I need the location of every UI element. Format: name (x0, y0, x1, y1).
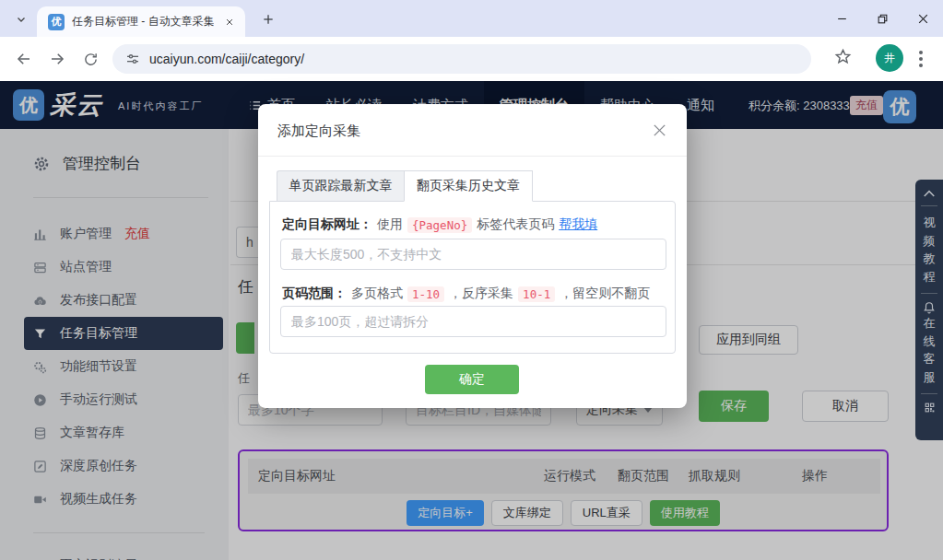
browser-menu-icon[interactable] (918, 48, 924, 70)
label-hint: 多页格式 (351, 286, 403, 302)
label-hint: 使用 (377, 216, 403, 233)
tab-panel: 定向目标网址： 使用 {PageNo} 标签代表页码 帮我填 页码范围： 多页格… (269, 201, 676, 354)
tab-search-chevron-icon[interactable] (8, 6, 33, 31)
tab-title: 任务目标管理 - 自动文章采集器 (72, 14, 214, 29)
url-text[interactable]: ucaiyun.com/caiji/category/ (149, 52, 304, 66)
window-close-button[interactable] (902, 0, 943, 37)
browser-tab-strip: 优 任务目标管理 - 自动文章采集器 (0, 0, 943, 37)
reload-button[interactable] (79, 48, 101, 70)
tab-paginated-history[interactable]: 翻页采集历史文章 (404, 170, 533, 202)
add-target-modal: 添加定向采集 单页跟踪最新文章 翻页采集历史文章 定向目标网址： 使用 {Pag… (258, 104, 687, 408)
page-range-label: 页码范围： 多页格式 1-10 ，反序采集 10-1 ，留空则不翻页 (282, 286, 650, 302)
site-settings-icon[interactable] (125, 52, 140, 66)
help-me-fill-link[interactable]: 帮我填 (559, 216, 597, 233)
pageno-code-chip: {PageNo} (407, 217, 472, 233)
window-minimize-button[interactable] (821, 0, 862, 37)
target-url-label: 定向目标网址： 使用 {PageNo} 标签代表页码 帮我填 (282, 216, 597, 233)
browser-tab[interactable]: 优 任务目标管理 - 自动文章采集器 (37, 6, 245, 37)
window-restore-button[interactable] (862, 0, 902, 37)
modal-close-icon[interactable] (648, 119, 670, 141)
confirm-button[interactable]: 确定 (425, 365, 519, 394)
forward-button[interactable] (46, 48, 68, 70)
label-strong: 定向目标网址： (282, 216, 372, 233)
modal-divider (258, 156, 687, 157)
window-controls (821, 0, 943, 37)
modal-title: 添加定向采集 (277, 122, 360, 140)
new-tab-button[interactable] (258, 9, 278, 29)
label-hint: ，留空则不翻页 (560, 286, 650, 302)
bookmark-star-icon[interactable] (834, 48, 852, 65)
range-code-chip: 1-10 (407, 286, 444, 302)
tab-close-icon[interactable] (221, 14, 238, 30)
browser-profile-avatar[interactable]: 井 (876, 44, 903, 72)
tab-single-page-track[interactable]: 单页跟踪最新文章 (277, 170, 404, 202)
label-hint: 标签代表页码 (477, 216, 554, 233)
label-strong: 页码范围： (282, 286, 347, 302)
back-button[interactable] (13, 48, 35, 70)
screen: 优 任务目标管理 - 自动文章采集器 (0, 0, 943, 560)
page-range-input[interactable] (280, 306, 666, 337)
label-hint: ，反序采集 (449, 286, 513, 302)
target-url-input[interactable] (280, 239, 666, 270)
url-bar[interactable]: ucaiyun.com/caiji/category/ (112, 44, 811, 74)
range-code-chip: 10-1 (518, 286, 555, 302)
site-favicon-icon: 优 (48, 14, 65, 30)
